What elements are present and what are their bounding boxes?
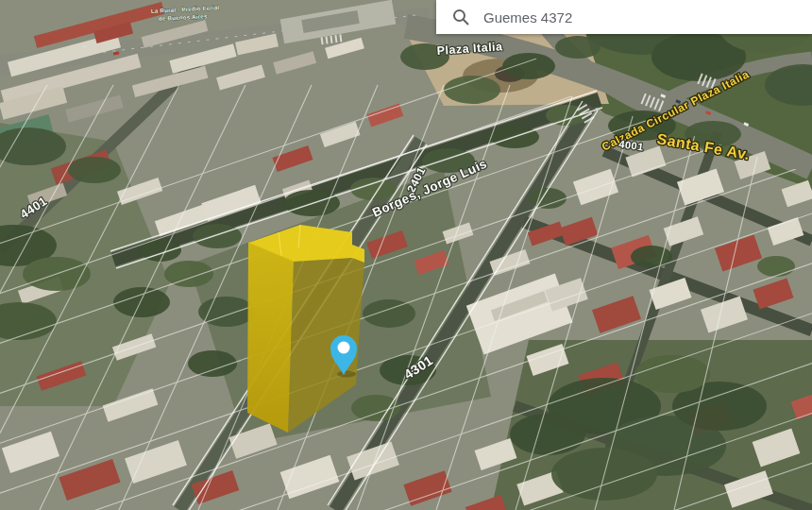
- search-bar[interactable]: [436, 0, 812, 34]
- search-input[interactable]: [482, 8, 769, 26]
- map-3d-view[interactable]: La Rural - Predio Ferial de Buenos Aires…: [0, 0, 812, 510]
- pin-dot: [338, 342, 350, 354]
- pin-shadow: [337, 371, 356, 378]
- search-icon: [451, 8, 470, 26]
- satellite-basemap: [0, 0, 812, 510]
